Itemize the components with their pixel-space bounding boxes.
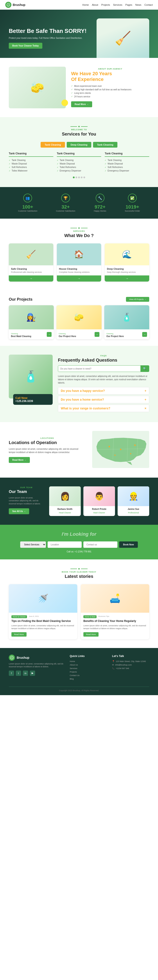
social-linkedin-icon[interactable]: in bbox=[23, 671, 28, 676]
footer-link-projects[interactable]: Projects bbox=[70, 671, 107, 673]
what-card-footer-2[interactable]: → bbox=[105, 275, 149, 282]
footer-link-about[interactable]: About Us bbox=[70, 664, 107, 666]
contact-input[interactable] bbox=[83, 541, 117, 548]
nav-projects[interactable]: Projects bbox=[101, 3, 110, 6]
social-twitter-icon[interactable]: t bbox=[16, 671, 21, 676]
blog-body-0: Home & Cleaner June 8, 2021 Tips on Find… bbox=[9, 613, 77, 639]
blog-section-label: Book Your Cleaner Today bbox=[9, 571, 149, 573]
nav-home[interactable]: Home bbox=[82, 3, 89, 6]
what-card-title-2: Deep Cleaning bbox=[107, 267, 147, 270]
location-input[interactable] bbox=[48, 541, 81, 548]
social-facebook-icon[interactable]: f bbox=[9, 671, 14, 676]
stat-number-2: 972+ bbox=[94, 204, 107, 210]
stat-icon-0: 👥 bbox=[23, 194, 32, 202]
team-card-img-1: 👨 bbox=[83, 486, 115, 506]
about-read-more-button[interactable]: Read More → bbox=[71, 101, 92, 107]
project-category-0: Cleaning bbox=[11, 332, 18, 335]
hero-subtitle: Protect your loved ones today. Full Home… bbox=[9, 37, 97, 39]
footer-link-services[interactable]: Services bbox=[70, 667, 107, 670]
team-member-name-2: Janine Sue bbox=[120, 508, 147, 510]
faq-search-button[interactable]: 🔍 bbox=[140, 366, 149, 372]
footer-brand-name: Brushup bbox=[17, 656, 29, 659]
faq-question-1[interactable]: Do you have a home service? + bbox=[58, 396, 149, 403]
projects-section: Our Projects View All Projects → 👩‍🔧 Cle… bbox=[0, 290, 158, 346]
footer: Brushup Lorem ipsum dolor sit amet, cons… bbox=[0, 648, 158, 695]
stat-number-1: 32+ bbox=[56, 204, 75, 210]
blog-card-0: 🚿 Home & Cleaner June 8, 2021 Tips on Fi… bbox=[9, 584, 77, 639]
service-item-2-0: Tank Cleaning bbox=[105, 159, 149, 161]
what-card-footer-1[interactable]: → bbox=[57, 275, 101, 282]
team-card-body-1: Robert Priede Maid Cleaner bbox=[83, 506, 115, 516]
blog-date-0: June 8, 2021 bbox=[29, 615, 39, 618]
faq-call-label: Call Now bbox=[15, 396, 51, 399]
service-tab-2[interactable]: Tank Cleaning bbox=[93, 142, 117, 148]
footer-link-contact[interactable]: Contact Us bbox=[70, 674, 107, 676]
looking-for-section: I'm Looking for Select Services Book Now… bbox=[0, 525, 158, 559]
project-link-1[interactable]: → bbox=[94, 332, 99, 337]
section-divider bbox=[9, 126, 149, 127]
book-now-button[interactable]: Book Now bbox=[119, 541, 138, 548]
faq-phone[interactable]: +125.236.3239 bbox=[15, 399, 51, 402]
service-tab-1[interactable]: Deep Cleaning bbox=[67, 142, 91, 148]
faq-question-2[interactable]: What is your range in customers? × bbox=[58, 405, 149, 412]
service-item-1-3: Emergency Dispenser bbox=[57, 170, 101, 172]
project-img-2: 🧴 bbox=[104, 305, 149, 329]
blog-read-more-0[interactable]: Read More bbox=[11, 632, 27, 636]
brand-logo[interactable]: Brushup bbox=[5, 2, 26, 8]
what-we-do-grid: 🧹 Safe Cleaning Professional safe cleani… bbox=[9, 243, 149, 282]
faq-description: Lorem ipsum dolor sit amet, consectetur … bbox=[58, 375, 149, 384]
dot-5[interactable] bbox=[83, 177, 85, 178]
social-youtube-icon[interactable]: ▶ bbox=[30, 671, 35, 676]
svg-point-6 bbox=[109, 446, 110, 447]
about-features-list: Most experienced team ever Hiring high s… bbox=[71, 85, 149, 98]
what-card-footer-0[interactable]: → bbox=[9, 275, 53, 282]
hero-image: 🧹 bbox=[97, 18, 149, 58]
hero-cta-button[interactable]: Book Your Cleaner Today bbox=[9, 43, 42, 49]
service-item-2-1: Waste Disposal bbox=[105, 162, 149, 165]
footer-link-blog[interactable]: Blog bbox=[70, 678, 107, 680]
blog-read-more-1[interactable]: Read More bbox=[83, 632, 99, 636]
team-member-role-1: Maid Cleaner bbox=[93, 512, 105, 514]
team-view-all-button[interactable]: See All Us → bbox=[9, 508, 29, 514]
footer-quick-links: Quick Links Home About Us Services Proje… bbox=[70, 655, 107, 681]
service-tab-0[interactable]: Tank Cleaning bbox=[41, 142, 65, 148]
dot-1[interactable] bbox=[73, 177, 75, 178]
blog-meta-1: Home & Maid Business Tips bbox=[83, 615, 147, 618]
hero-section: Better Be Safe Than SORRY! Protect your … bbox=[0, 10, 158, 58]
stat-icon-3: ✅ bbox=[128, 194, 137, 202]
nav-services[interactable]: Services bbox=[113, 3, 122, 6]
dot-2[interactable] bbox=[75, 177, 77, 178]
svg-point-10 bbox=[130, 453, 131, 454]
projects-grid: 👩‍🔧 Cleaning Best Maid Cleaning → 🧽 Clea… bbox=[9, 305, 149, 339]
about-heading: We Have 20 YearsOf Experience bbox=[71, 71, 149, 83]
view-all-projects-button[interactable]: View All Projects → bbox=[126, 297, 149, 302]
faq-item-0: Do you have a happy service? + bbox=[58, 387, 149, 395]
nav-contact[interactable]: Contact bbox=[144, 3, 153, 6]
footer-quick-links-title: Quick Links bbox=[70, 655, 107, 658]
faq-search-input[interactable] bbox=[58, 366, 140, 372]
what-card-1: 🏠 House Cleaning Complete house cleaning… bbox=[57, 243, 101, 282]
nav-about[interactable]: About bbox=[92, 3, 98, 6]
project-link-0[interactable]: → bbox=[47, 332, 51, 337]
faq-image-area: 🧴 Call Now +125.236.3239 bbox=[9, 355, 53, 414]
nav-news[interactable]: News bbox=[136, 3, 142, 6]
team-member-role-0: Head Cleaner bbox=[59, 512, 71, 514]
faq-expand-icon-2: × bbox=[145, 407, 146, 410]
footer-logo-row: Brushup bbox=[9, 655, 64, 661]
dot-3[interactable] bbox=[78, 177, 80, 178]
team-cards: 👩 Barbara Smith Head Cleaner 👨 Robert Pr… bbox=[49, 486, 149, 516]
stat-1: 🏆 32+ Customer Satisfaction bbox=[56, 194, 75, 212]
dot-4[interactable] bbox=[81, 177, 83, 178]
select-services[interactable]: Select Services bbox=[20, 541, 46, 548]
project-link-2[interactable]: → bbox=[142, 332, 147, 337]
footer-link-home[interactable]: Home bbox=[70, 660, 107, 662]
locations-read-more-button[interactable]: Read More → bbox=[9, 457, 30, 463]
projects-title: Our Projects bbox=[9, 297, 32, 302]
what-card-desc-1: Complete house cleaning solutions bbox=[59, 271, 99, 273]
service-col-title-1: Tank Cleaning bbox=[57, 152, 101, 157]
stat-label-1: Customer Satisfaction bbox=[56, 210, 75, 212]
faq-question-0[interactable]: Do you have a happy service? + bbox=[58, 387, 149, 394]
blog-tag-1: Home & Maid bbox=[83, 615, 97, 618]
nav-pages[interactable]: Pages bbox=[125, 3, 132, 6]
blog-grid: 🚿 Home & Cleaner June 8, 2021 Tips on Fi… bbox=[9, 584, 149, 639]
